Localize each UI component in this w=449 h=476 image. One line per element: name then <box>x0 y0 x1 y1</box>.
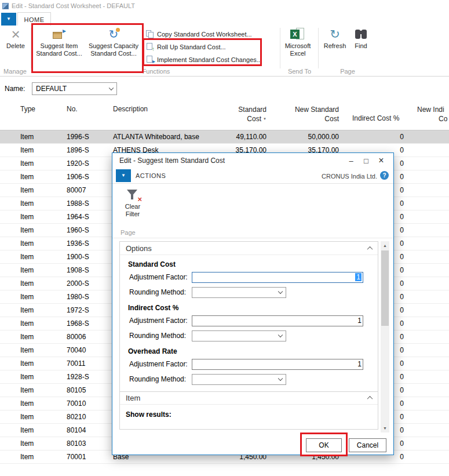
item-section-title: Item <box>126 394 140 402</box>
adjustment-factor-row: Adjustment Factor: 1 <box>120 313 378 328</box>
scroll-up-arrow[interactable]: ▲ <box>381 241 389 250</box>
cell-indirect-cost: 0 <box>400 133 404 141</box>
show-results-label: Show results: <box>120 405 378 429</box>
cell-indirect-cost: 0 <box>400 226 404 234</box>
tab-home[interactable]: HOME <box>17 12 51 26</box>
delete-button[interactable]: × Delete <box>2 27 29 50</box>
cell-type: Item <box>20 199 34 208</box>
cell-no: 1980-S <box>67 293 89 301</box>
column-header-type[interactable]: Type <box>20 105 35 113</box>
minimize-button[interactable]: – <box>344 157 359 165</box>
ribbon: × Delete ▸ Suggest Item Standard Cost...… <box>0 26 449 77</box>
table-header: Type No. Description Standard Cost▼ New … <box>0 101 449 130</box>
cell-indirect-cost: 0 <box>400 413 404 421</box>
cell-type: Item <box>20 346 34 354</box>
cell-no: 70040 <box>67 346 86 354</box>
window-title: Edit - Standard Cost Worksheet - DEFAULT <box>12 2 135 9</box>
cell-indirect-cost: 0 <box>400 239 404 248</box>
name-label: Name: <box>5 85 25 93</box>
table-row[interactable]: Item 1996-S ATLANTA Whiteboard, base 49,… <box>0 130 449 144</box>
cell-indirect-cost: 0 <box>400 253 404 261</box>
app-menu-button[interactable]: ▼ <box>1 13 16 26</box>
dialog-app-menu-button[interactable]: ▼ <box>116 169 131 182</box>
excel-label: Microsoft Excel <box>283 42 313 57</box>
adjustment-factor-input[interactable]: 1 <box>192 272 363 283</box>
dialog-scrollbar[interactable]: ▲ ▼ <box>381 241 389 433</box>
options-fields: Standard Cost Adjustment Factor: 1 Round… <box>120 255 378 391</box>
options-group: Indirect Cost % Adjustment Factor: 1 Rou… <box>120 304 378 343</box>
rounding-method-combobox[interactable] <box>192 330 286 341</box>
column-header-no[interactable]: No. <box>67 105 78 113</box>
suggest-capacity-icon: ↻ <box>106 27 121 41</box>
adjustment-factor-value: 1 <box>357 360 362 368</box>
window-titlebar[interactable]: Edit - Standard Cost Worksheet - DEFAULT <box>0 0 449 12</box>
adjustment-factor-label: Adjustment Factor: <box>129 273 192 281</box>
ok-button[interactable]: OK <box>306 438 342 452</box>
implement-standard-cost-changes-item[interactable]: ▸ Implement Standard Cost Changes... <box>146 54 262 65</box>
cell-indirect-cost: 0 <box>400 453 404 461</box>
cell-no: 1936-S <box>67 239 89 248</box>
suggest-item-standard-cost-dialog: Edit - Suggest Item Standard Cost – □ × … <box>112 152 394 455</box>
cell-no: 2000-S <box>67 279 89 288</box>
cell-type: Item <box>20 173 34 181</box>
refresh-button[interactable]: ↻ Refresh <box>322 27 348 50</box>
scrollbar-thumb[interactable] <box>381 250 389 326</box>
cell-indirect-cost: 0 <box>400 279 404 288</box>
cell-no: 80105 <box>67 386 86 394</box>
cell-indirect-cost: 0 <box>400 426 404 434</box>
tab-actions[interactable]: ACTIONS <box>136 172 166 179</box>
clear-filter-button[interactable]: × Clear Filter <box>119 188 146 217</box>
cell-type: Item <box>20 279 34 288</box>
cell-no: 80007 <box>67 186 86 194</box>
group-heading: Indirect Cost % <box>128 304 378 312</box>
adjustment-factor-input[interactable]: 1 <box>192 359 363 370</box>
cell-indirect-cost: 0 <box>400 173 404 181</box>
find-label: Find <box>355 42 367 50</box>
scroll-down-arrow[interactable]: ▼ <box>381 424 389 433</box>
group-label-functions: Functions <box>32 68 280 75</box>
chevron-down-icon <box>109 86 114 90</box>
column-header-new-standard-cost[interactable]: New Standard Cost <box>295 105 339 123</box>
options-section-header[interactable]: Options <box>120 242 378 255</box>
name-combobox[interactable]: DEFAULT <box>32 82 117 95</box>
suggest-capacity-standard-cost-button[interactable]: ↻ Suggest Capacity Standard Cost... <box>87 27 140 57</box>
company-name: CRONUS India Ltd. <box>322 173 377 180</box>
close-button[interactable]: × <box>374 155 389 166</box>
name-row: Name: DEFAULT <box>0 81 449 97</box>
roll-up-icon: ↑ <box>146 43 154 51</box>
cell-indirect-cost: 0 <box>400 293 404 301</box>
column-header-description[interactable]: Description <box>113 105 148 113</box>
chevron-down-icon <box>278 333 283 337</box>
cell-type: Item <box>20 399 34 408</box>
group-heading: Standard Cost <box>128 260 378 268</box>
sort-filter-icon[interactable]: ▼ <box>263 117 267 121</box>
group-heading: Overhead Rate <box>128 347 378 355</box>
column-header-standard-cost[interactable]: Standard Cost▼ <box>238 105 267 123</box>
help-icon[interactable]: ? <box>380 171 389 180</box>
cell-indirect-cost: 0 <box>400 373 404 381</box>
cell-type: Item <box>20 146 34 154</box>
column-header-indirect-cost[interactable]: Indirect Cost % <box>352 114 399 122</box>
cell-type: Item <box>20 386 34 394</box>
item-section-header[interactable]: Item <box>120 391 378 405</box>
suggest-item-standard-cost-button[interactable]: ▸ Suggest Item Standard Cost... <box>34 27 85 57</box>
cell-type: Item <box>20 266 34 274</box>
clear-filter-icon: × <box>125 188 140 201</box>
cancel-button[interactable]: Cancel <box>349 438 386 452</box>
adjustment-factor-input[interactable]: 1 <box>192 315 363 326</box>
copy-standard-cost-worksheet-item[interactable]: Copy Standard Cost Worksheet... <box>146 29 252 39</box>
dialog-titlebar[interactable]: Edit - Suggest Item Standard Cost – □ × <box>112 153 393 168</box>
rounding-method-combobox[interactable] <box>192 287 286 298</box>
cell-indirect-cost: 0 <box>400 146 404 154</box>
ribbon-tab-row: ▼ HOME <box>0 12 449 26</box>
roll-up-standard-cost-item[interactable]: ↑ Roll Up Standard Cost... <box>146 42 226 52</box>
chevron-up-icon <box>367 396 373 402</box>
find-button[interactable]: Find <box>350 27 372 50</box>
cell-type: Item <box>20 306 34 314</box>
rounding-method-label: Rounding Method: <box>129 375 192 383</box>
maximize-button[interactable]: □ <box>359 157 374 165</box>
cell-no: 1896-S <box>67 146 89 154</box>
column-header-new-indirect-cost[interactable]: New Indi Co <box>417 105 447 123</box>
microsoft-excel-button[interactable]: X Microsoft Excel <box>283 27 313 57</box>
rounding-method-combobox[interactable] <box>192 374 286 385</box>
